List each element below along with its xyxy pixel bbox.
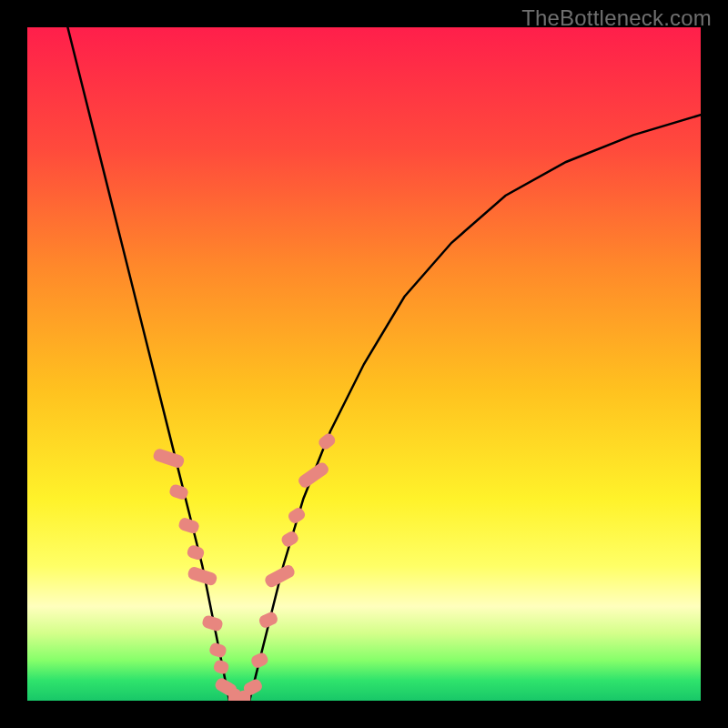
series-group bbox=[67, 27, 701, 701]
scatter-point bbox=[152, 448, 186, 470]
scatter-point bbox=[249, 651, 269, 669]
chart-svg bbox=[27, 27, 701, 701]
scatter-point bbox=[279, 530, 300, 549]
chart-frame: TheBottleneck.com bbox=[0, 0, 728, 728]
scatter-point bbox=[177, 517, 200, 535]
scatter-point bbox=[201, 614, 224, 632]
series-left-branch bbox=[67, 27, 229, 701]
watermark-text: TheBottleneck.com bbox=[521, 5, 712, 31]
scatter-point bbox=[317, 431, 338, 451]
scatter-point bbox=[212, 659, 230, 675]
scatter-point bbox=[287, 506, 308, 525]
scatter-point bbox=[186, 544, 205, 561]
series-right-branch bbox=[249, 115, 701, 701]
scatter-point bbox=[258, 611, 279, 630]
plot-area bbox=[27, 27, 701, 701]
scatter-point bbox=[297, 460, 331, 490]
scatter-point bbox=[263, 563, 297, 589]
scatter-point bbox=[208, 642, 228, 659]
